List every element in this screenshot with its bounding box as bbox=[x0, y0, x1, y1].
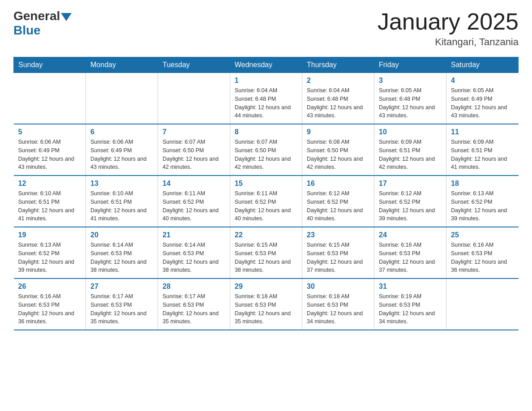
calendar-cell: 8Sunrise: 6:07 AM Sunset: 6:50 PM Daylig… bbox=[230, 124, 302, 176]
day-info: Sunrise: 6:16 AM Sunset: 6:53 PM Dayligh… bbox=[18, 292, 82, 326]
day-info: Sunrise: 6:04 AM Sunset: 6:48 PM Dayligh… bbox=[235, 86, 297, 120]
day-info: Sunrise: 6:17 AM Sunset: 6:53 PM Dayligh… bbox=[163, 292, 225, 326]
header-day-wednesday: Wednesday bbox=[230, 57, 302, 73]
day-info: Sunrise: 6:17 AM Sunset: 6:53 PM Dayligh… bbox=[90, 292, 153, 326]
calendar-header: SundayMondayTuesdayWednesdayThursdayFrid… bbox=[14, 57, 519, 73]
calendar-cell: 19Sunrise: 6:13 AM Sunset: 6:52 PM Dayli… bbox=[14, 227, 86, 278]
calendar-cell: 16Sunrise: 6:12 AM Sunset: 6:52 PM Dayli… bbox=[302, 176, 374, 227]
day-number: 10 bbox=[379, 128, 442, 136]
day-number: 23 bbox=[307, 231, 369, 239]
calendar-cell: 27Sunrise: 6:17 AM Sunset: 6:53 PM Dayli… bbox=[86, 278, 158, 330]
day-number: 8 bbox=[235, 128, 297, 136]
calendar-cell: 20Sunrise: 6:14 AM Sunset: 6:53 PM Dayli… bbox=[86, 227, 158, 278]
day-info: Sunrise: 6:10 AM Sunset: 6:51 PM Dayligh… bbox=[90, 189, 153, 223]
day-info: Sunrise: 6:09 AM Sunset: 6:51 PM Dayligh… bbox=[451, 138, 514, 171]
calendar-cell: 21Sunrise: 6:14 AM Sunset: 6:53 PM Dayli… bbox=[158, 227, 230, 278]
page-header: General Blue January 2025 Kitangari, Tan… bbox=[13, 9, 519, 48]
calendar-cell: 23Sunrise: 6:15 AM Sunset: 6:53 PM Dayli… bbox=[302, 227, 374, 278]
day-info: Sunrise: 6:11 AM Sunset: 6:52 PM Dayligh… bbox=[163, 189, 225, 223]
logo-blue-text: Blue bbox=[13, 23, 41, 38]
day-number: 17 bbox=[379, 180, 442, 188]
calendar-cell bbox=[14, 73, 86, 124]
day-info: Sunrise: 6:13 AM Sunset: 6:52 PM Dayligh… bbox=[18, 241, 82, 274]
calendar-cell: 29Sunrise: 6:18 AM Sunset: 6:53 PM Dayli… bbox=[230, 278, 302, 330]
day-number: 13 bbox=[90, 180, 153, 188]
month-title: January 2025 bbox=[378, 9, 519, 34]
calendar-cell: 28Sunrise: 6:17 AM Sunset: 6:53 PM Dayli… bbox=[158, 278, 230, 330]
day-info: Sunrise: 6:18 AM Sunset: 6:53 PM Dayligh… bbox=[235, 292, 297, 326]
week-row-3: 12Sunrise: 6:10 AM Sunset: 6:51 PM Dayli… bbox=[14, 176, 519, 227]
calendar-cell: 7Sunrise: 6:07 AM Sunset: 6:50 PM Daylig… bbox=[158, 124, 230, 176]
calendar-cell: 25Sunrise: 6:16 AM Sunset: 6:53 PM Dayli… bbox=[446, 227, 519, 278]
week-row-5: 26Sunrise: 6:16 AM Sunset: 6:53 PM Dayli… bbox=[14, 278, 519, 330]
calendar-cell bbox=[446, 278, 519, 330]
header-row: SundayMondayTuesdayWednesdayThursdayFrid… bbox=[14, 57, 519, 73]
calendar-cell: 2Sunrise: 6:04 AM Sunset: 6:48 PM Daylig… bbox=[302, 73, 374, 124]
day-number: 29 bbox=[235, 283, 297, 291]
day-info: Sunrise: 6:10 AM Sunset: 6:51 PM Dayligh… bbox=[18, 189, 82, 223]
calendar-cell: 4Sunrise: 6:05 AM Sunset: 6:49 PM Daylig… bbox=[446, 73, 519, 124]
calendar-cell: 24Sunrise: 6:16 AM Sunset: 6:53 PM Dayli… bbox=[374, 227, 446, 278]
day-number: 14 bbox=[163, 180, 225, 188]
calendar-cell: 12Sunrise: 6:10 AM Sunset: 6:51 PM Dayli… bbox=[14, 176, 86, 227]
header-day-monday: Monday bbox=[86, 57, 158, 73]
calendar-cell: 11Sunrise: 6:09 AM Sunset: 6:51 PM Dayli… bbox=[446, 124, 519, 176]
day-number: 24 bbox=[379, 231, 442, 239]
calendar-cell: 1Sunrise: 6:04 AM Sunset: 6:48 PM Daylig… bbox=[230, 73, 302, 124]
calendar-cell bbox=[158, 73, 230, 124]
day-number: 2 bbox=[307, 77, 369, 85]
day-info: Sunrise: 6:15 AM Sunset: 6:53 PM Dayligh… bbox=[235, 241, 297, 274]
day-info: Sunrise: 6:11 AM Sunset: 6:52 PM Dayligh… bbox=[235, 189, 297, 223]
day-info: Sunrise: 6:16 AM Sunset: 6:53 PM Dayligh… bbox=[451, 241, 514, 274]
day-info: Sunrise: 6:06 AM Sunset: 6:49 PM Dayligh… bbox=[18, 138, 82, 171]
day-info: Sunrise: 6:05 AM Sunset: 6:49 PM Dayligh… bbox=[451, 86, 514, 120]
day-info: Sunrise: 6:14 AM Sunset: 6:53 PM Dayligh… bbox=[163, 241, 225, 274]
day-info: Sunrise: 6:07 AM Sunset: 6:50 PM Dayligh… bbox=[235, 138, 297, 171]
day-number: 4 bbox=[451, 77, 514, 85]
day-number: 30 bbox=[307, 283, 369, 291]
day-info: Sunrise: 6:04 AM Sunset: 6:48 PM Dayligh… bbox=[307, 86, 369, 120]
day-number: 18 bbox=[451, 180, 514, 188]
calendar-cell: 6Sunrise: 6:06 AM Sunset: 6:49 PM Daylig… bbox=[86, 124, 158, 176]
day-number: 31 bbox=[379, 283, 442, 291]
calendar-cell: 31Sunrise: 6:19 AM Sunset: 6:53 PM Dayli… bbox=[374, 278, 446, 330]
day-number: 11 bbox=[451, 128, 514, 136]
day-number: 9 bbox=[307, 128, 369, 136]
calendar-cell: 15Sunrise: 6:11 AM Sunset: 6:52 PM Dayli… bbox=[230, 176, 302, 227]
header-day-tuesday: Tuesday bbox=[158, 57, 230, 73]
calendar-table: SundayMondayTuesdayWednesdayThursdayFrid… bbox=[13, 57, 519, 330]
day-info: Sunrise: 6:07 AM Sunset: 6:50 PM Dayligh… bbox=[163, 138, 225, 171]
calendar-cell: 18Sunrise: 6:13 AM Sunset: 6:52 PM Dayli… bbox=[446, 176, 519, 227]
day-number: 12 bbox=[18, 180, 82, 188]
calendar-cell: 22Sunrise: 6:15 AM Sunset: 6:53 PM Dayli… bbox=[230, 227, 302, 278]
header-day-friday: Friday bbox=[374, 57, 446, 73]
day-info: Sunrise: 6:18 AM Sunset: 6:53 PM Dayligh… bbox=[307, 292, 369, 326]
day-info: Sunrise: 6:14 AM Sunset: 6:53 PM Dayligh… bbox=[90, 241, 153, 274]
day-number: 16 bbox=[307, 180, 369, 188]
week-row-1: 1Sunrise: 6:04 AM Sunset: 6:48 PM Daylig… bbox=[14, 73, 519, 124]
logo-arrow-icon bbox=[61, 13, 72, 21]
logo-general-text: General bbox=[13, 9, 60, 23]
logo: General Blue bbox=[13, 9, 72, 38]
location-text: Kitangari, Tanzania bbox=[378, 36, 519, 48]
calendar-cell: 13Sunrise: 6:10 AM Sunset: 6:51 PM Dayli… bbox=[86, 176, 158, 227]
header-day-saturday: Saturday bbox=[446, 57, 519, 73]
title-area: January 2025 Kitangari, Tanzania bbox=[378, 9, 519, 48]
calendar-cell: 14Sunrise: 6:11 AM Sunset: 6:52 PM Dayli… bbox=[158, 176, 230, 227]
day-info: Sunrise: 6:19 AM Sunset: 6:53 PM Dayligh… bbox=[379, 292, 442, 326]
day-info: Sunrise: 6:12 AM Sunset: 6:52 PM Dayligh… bbox=[307, 189, 369, 223]
day-info: Sunrise: 6:12 AM Sunset: 6:52 PM Dayligh… bbox=[379, 189, 442, 223]
day-number: 7 bbox=[163, 128, 225, 136]
logo-text: General bbox=[13, 9, 72, 23]
day-number: 6 bbox=[90, 128, 153, 136]
week-row-2: 5Sunrise: 6:06 AM Sunset: 6:49 PM Daylig… bbox=[14, 124, 519, 176]
day-info: Sunrise: 6:16 AM Sunset: 6:53 PM Dayligh… bbox=[379, 241, 442, 274]
calendar-cell: 5Sunrise: 6:06 AM Sunset: 6:49 PM Daylig… bbox=[14, 124, 86, 176]
calendar-cell: 10Sunrise: 6:09 AM Sunset: 6:51 PM Dayli… bbox=[374, 124, 446, 176]
calendar-cell: 3Sunrise: 6:05 AM Sunset: 6:48 PM Daylig… bbox=[374, 73, 446, 124]
day-number: 15 bbox=[235, 180, 297, 188]
day-number: 22 bbox=[235, 231, 297, 239]
day-number: 5 bbox=[18, 128, 82, 136]
day-info: Sunrise: 6:09 AM Sunset: 6:51 PM Dayligh… bbox=[379, 138, 442, 171]
day-number: 28 bbox=[163, 283, 225, 291]
